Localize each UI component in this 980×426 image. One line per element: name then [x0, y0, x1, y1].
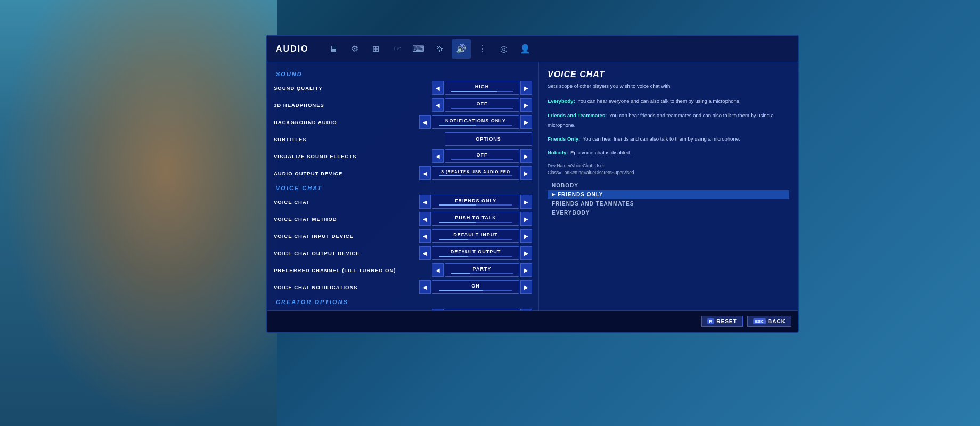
nav-touch[interactable]: ☞: [388, 39, 407, 59]
nav-controller[interactable]: ◎: [494, 39, 513, 59]
audio-output-label: Audio Output Device: [274, 170, 419, 176]
3d-headphones-control: ◀ OFF ▶: [432, 98, 532, 112]
setting-audio-output: Audio Output Device ◀ S (REALTEK USB AUD…: [267, 165, 538, 182]
sound-quality-text: HIGH: [475, 85, 489, 89]
sound-quality-control: ◀ HIGH ▶: [432, 81, 532, 95]
sound-quality-label: Sound Quality: [274, 85, 432, 91]
info-everybody-text: You can hear everyone and can also talk …: [577, 98, 740, 104]
background-audio-next[interactable]: ▶: [520, 115, 532, 129]
option-friends-and-teammates[interactable]: Friends and Teammates: [548, 199, 789, 208]
voice-output-prev[interactable]: ◀: [419, 246, 431, 260]
nav-audio[interactable]: 🔊: [452, 39, 471, 59]
nav-profile[interactable]: 👤: [516, 39, 535, 59]
setting-voice-chat: Voice Chat ◀ FRIENDS ONLY ▶: [267, 193, 538, 210]
background-audio-prev[interactable]: ◀: [419, 115, 431, 129]
nav-gamepad[interactable]: ⛭: [430, 39, 450, 59]
dev-info: Dev Name=VoiceChat_UserClass=FortSetting…: [548, 162, 789, 177]
3d-headphones-next[interactable]: ▶: [520, 98, 532, 112]
setting-voice-notifications: Voice Chat Notifications ◀ ON ▶: [267, 278, 538, 296]
voice-chat-method-prev[interactable]: ◀: [419, 212, 431, 226]
voice-input-control: ◀ DEFAULT INPUT ▶: [419, 229, 532, 243]
voice-output-next[interactable]: ▶: [520, 246, 532, 260]
voice-output-value: DEFAULT OUTPUT: [432, 246, 519, 260]
settings-panel: Sound Sound Quality ◀ HIGH ▶ 3D Headphon…: [267, 62, 539, 310]
voice-input-next[interactable]: ▶: [520, 229, 532, 243]
voice-chat-text: FRIENDS ONLY: [455, 199, 496, 203]
audio-output-prev[interactable]: ◀: [419, 166, 431, 180]
reset-label: Reset: [716, 318, 737, 324]
nav-gear[interactable]: ⚙: [345, 39, 364, 59]
preferred-channel-text: PARTY: [473, 267, 492, 272]
option-friends-only[interactable]: Friends Only: [548, 190, 789, 199]
option-everybody[interactable]: Everybody: [548, 208, 789, 217]
nav-monitor[interactable]: 🖥: [324, 39, 343, 59]
voice-chat-method-control: ◀ PUSH TO TALK ▶: [419, 212, 532, 226]
3d-headphones-value: OFF: [445, 98, 519, 112]
subtitles-options[interactable]: OPTIONS: [445, 132, 532, 146]
back-button[interactable]: ESC Back: [747, 316, 791, 327]
subtitles-options-text: OPTIONS: [476, 136, 501, 142]
info-nobody-text: Epic voice chat is disabled.: [570, 150, 631, 155]
preferred-channel-value: PARTY: [445, 263, 519, 277]
sound-quality-prev[interactable]: ◀: [432, 81, 444, 95]
info-friends-teammates-label: Friends and Teammates:: [548, 112, 607, 118]
licensed-audio-value: PLAY: [445, 309, 519, 310]
setting-background-audio: Background Audio ◀ NOTIFICATIONS ONLY ▶: [267, 113, 538, 130]
voice-chat-method-value: PUSH TO TALK: [432, 212, 519, 226]
voice-notifications-next[interactable]: ▶: [520, 280, 532, 294]
sound-quality-next[interactable]: ▶: [520, 81, 532, 95]
voice-chat-value: FRIENDS ONLY: [432, 195, 519, 209]
voice-input-text: DEFAULT INPUT: [453, 233, 497, 237]
voice-chat-bar: [439, 204, 513, 206]
subtitles-label: Subtitles: [274, 136, 445, 142]
voice-notifications-text: ON: [471, 284, 480, 289]
3d-headphones-prev[interactable]: ◀: [432, 98, 444, 112]
visualize-sound-bar: [451, 159, 513, 160]
panel-title: AUDIO: [276, 44, 309, 54]
reset-button[interactable]: R Reset: [701, 316, 743, 327]
voice-notifications-bar-fill: [439, 290, 483, 291]
visualize-sound-value: OFF: [445, 149, 519, 163]
audio-output-next[interactable]: ▶: [520, 166, 532, 180]
background-audio-control: ◀ NOTIFICATIONS ONLY ▶: [419, 115, 532, 129]
section-creator-header: Creator Options: [267, 296, 538, 307]
setting-voice-chat-method: Voice Chat Method ◀ PUSH TO TALK ▶: [267, 210, 538, 227]
licensed-audio-control: ◀ PLAY ▶: [432, 309, 532, 310]
nav-keyboard[interactable]: ⌨: [409, 39, 428, 59]
option-nobody[interactable]: Nobody: [548, 181, 789, 190]
section-voice-chat-header: Voice Chat: [267, 182, 538, 193]
setting-preferred-channel: Preferred Channel (Fill Turned On) ◀ PAR…: [267, 261, 538, 278]
visualize-sound-text: OFF: [477, 153, 488, 158]
background-audio-label: Background Audio: [274, 119, 419, 125]
audio-output-bar-fill: [439, 175, 461, 176]
info-friends-teammates: Friends and Teammates: You can hear frie…: [548, 110, 789, 129]
visualize-sound-prev[interactable]: ◀: [432, 149, 444, 163]
voice-chat-label: Voice Chat: [274, 199, 419, 205]
setting-sound-quality: Sound Quality ◀ HIGH ▶: [267, 79, 538, 96]
nav-network[interactable]: ⋮: [473, 39, 492, 59]
setting-subtitles: Subtitles OPTIONS: [267, 130, 538, 148]
voice-input-prev[interactable]: ◀: [419, 229, 431, 243]
voice-notifications-label: Voice Chat Notifications: [274, 284, 419, 290]
3d-headphones-bar: [451, 108, 513, 109]
voice-chat-prev[interactable]: ◀: [419, 195, 431, 209]
voice-notifications-value: ON: [432, 280, 519, 294]
nav-icons: 🖥 ⚙ ⊞ ☞ ⌨ ⛭ 🔊 ⋮ ◎ 👤: [324, 39, 535, 59]
3d-headphones-text: OFF: [477, 102, 488, 106]
voice-chat-next[interactable]: ▶: [520, 195, 532, 209]
voice-output-control: ◀ DEFAULT OUTPUT ▶: [419, 246, 532, 260]
preferred-channel-next[interactable]: ▶: [520, 263, 532, 277]
voice-notifications-prev[interactable]: ◀: [419, 280, 431, 294]
background-audio-text: NOTIFICATIONS ONLY: [445, 119, 506, 124]
voice-chat-method-bar-fill: [439, 222, 476, 223]
voice-chat-method-next[interactable]: ▶: [520, 212, 532, 226]
visualize-sound-next[interactable]: ▶: [520, 149, 532, 163]
back-key: ESC: [753, 318, 766, 324]
preferred-channel-prev[interactable]: ◀: [432, 263, 444, 277]
option-list: Nobody Friends Only Friends and Teammate…: [548, 181, 789, 217]
visualize-sound-control: ◀ OFF ▶: [432, 149, 532, 163]
info-friends-only: Friends Only: You can hear friends and c…: [548, 133, 789, 143]
nav-display[interactable]: ⊞: [366, 39, 386, 59]
setting-voice-output: Voice Chat Output Device ◀ DEFAULT OUTPU…: [267, 244, 538, 261]
voice-input-value: DEFAULT INPUT: [432, 229, 519, 243]
